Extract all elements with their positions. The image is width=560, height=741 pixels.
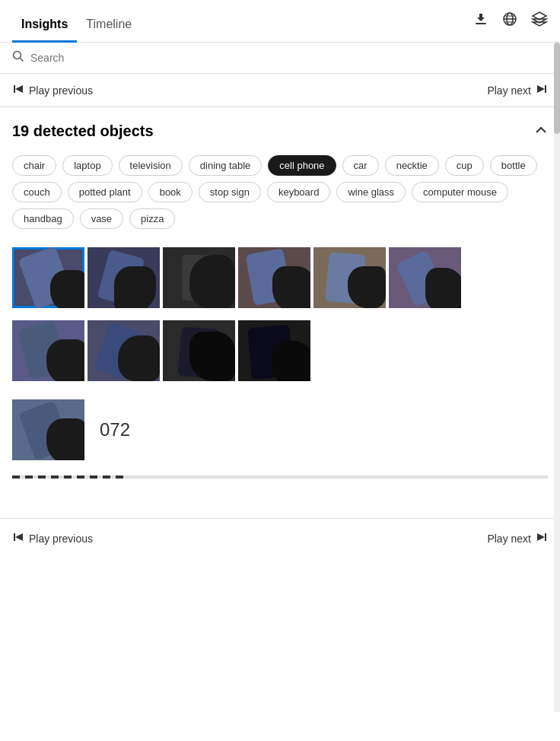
search-input[interactable] bbox=[30, 52, 548, 64]
tag-laptop[interactable]: laptop bbox=[62, 155, 112, 176]
play-next-icon-top bbox=[536, 83, 548, 97]
tag-computer-mouse[interactable]: computer mouse bbox=[412, 182, 508, 202]
play-previous-icon-top bbox=[12, 83, 24, 97]
svg-marker-18 bbox=[537, 533, 545, 541]
svg-rect-17 bbox=[545, 533, 546, 541]
svg-line-10 bbox=[21, 59, 24, 62]
timestamp-thumbnail[interactable] bbox=[12, 399, 84, 460]
thumbnail-7[interactable] bbox=[12, 320, 84, 381]
svg-marker-12 bbox=[15, 85, 23, 93]
tag-potted-plant[interactable]: potted plant bbox=[68, 182, 142, 202]
tag-handbag[interactable]: handbag bbox=[12, 208, 74, 229]
svg-rect-13 bbox=[545, 85, 546, 93]
svg-marker-14 bbox=[537, 85, 545, 93]
search-icon bbox=[12, 50, 24, 65]
play-next-icon-bottom bbox=[536, 531, 548, 545]
thumbnail-6[interactable] bbox=[389, 247, 461, 308]
section-title: 19 detected objects bbox=[12, 122, 154, 140]
bottom-nav-bar: Play previous Play next bbox=[0, 518, 560, 558]
thumbnail-8[interactable] bbox=[88, 320, 160, 381]
play-previous-button-top[interactable]: Play previous bbox=[12, 83, 93, 97]
tag-cup[interactable]: cup bbox=[445, 155, 484, 176]
tag-television[interactable]: television bbox=[119, 155, 183, 176]
main-content: 19 detected objects chair laptop televis… bbox=[0, 107, 560, 518]
thumbnail-10[interactable] bbox=[238, 320, 310, 381]
thumbnail-2[interactable] bbox=[88, 247, 160, 308]
thumbnail-9[interactable] bbox=[163, 320, 235, 381]
scrollbar-thumb[interactable] bbox=[554, 43, 560, 134]
svg-rect-11 bbox=[14, 85, 15, 93]
download-icon[interactable] bbox=[473, 11, 488, 30]
thumbnail-3[interactable] bbox=[163, 247, 235, 308]
image-grid-row2 bbox=[12, 320, 548, 381]
image-grid-row1 bbox=[12, 247, 548, 308]
play-next-button-top[interactable]: Play next bbox=[487, 83, 548, 97]
tab-bar: Insights Timeline bbox=[12, 0, 141, 42]
timestamp-section: 072 bbox=[12, 393, 548, 460]
search-bar bbox=[0, 43, 560, 74]
svg-rect-15 bbox=[14, 533, 15, 541]
thumbnail-5[interactable] bbox=[313, 247, 386, 308]
tag-pizza[interactable]: pizza bbox=[129, 208, 175, 229]
svg-point-9 bbox=[14, 52, 21, 59]
header: Insights Timeline bbox=[0, 0, 560, 43]
thumbnail-1[interactable] bbox=[12, 247, 84, 308]
top-nav-bar: Play previous Play next bbox=[0, 74, 560, 107]
play-previous-button-bottom[interactable]: Play previous bbox=[12, 531, 93, 545]
svg-marker-8 bbox=[533, 22, 546, 26]
header-icons bbox=[473, 11, 548, 31]
svg-marker-16 bbox=[15, 533, 23, 541]
layers-icon[interactable] bbox=[531, 11, 548, 31]
tag-vase[interactable]: vase bbox=[80, 208, 123, 229]
collapse-button[interactable] bbox=[534, 123, 548, 140]
tag-couch[interactable]: couch bbox=[12, 182, 62, 202]
svg-rect-0 bbox=[476, 23, 486, 24]
play-previous-icon-bottom bbox=[12, 531, 24, 545]
thumbnail-4[interactable] bbox=[238, 247, 310, 308]
tag-chair[interactable]: chair bbox=[12, 155, 56, 176]
tag-necktie[interactable]: necktie bbox=[385, 155, 439, 176]
play-next-button-bottom[interactable]: Play next bbox=[487, 531, 548, 545]
tag-cell-phone[interactable]: cell phone bbox=[268, 155, 336, 176]
progress-section bbox=[12, 475, 548, 503]
tag-stop-sign[interactable]: stop sign bbox=[199, 182, 261, 202]
tags-container: chair laptop television dining table cel… bbox=[12, 155, 548, 229]
tag-wine-glass[interactable]: wine glass bbox=[336, 182, 406, 202]
tag-dining-table[interactable]: dining table bbox=[189, 155, 262, 176]
tag-keyboard[interactable]: keyboard bbox=[267, 182, 330, 202]
tab-insights[interactable]: Insights bbox=[12, 5, 77, 43]
progress-bar[interactable] bbox=[12, 475, 548, 479]
tab-timeline[interactable]: Timeline bbox=[77, 5, 141, 43]
tag-bottle[interactable]: bottle bbox=[490, 155, 537, 176]
section-header: 19 detected objects bbox=[12, 122, 548, 140]
tag-book[interactable]: book bbox=[148, 182, 192, 202]
scrollbar-track[interactable] bbox=[554, 43, 560, 712]
tag-car[interactable]: car bbox=[342, 155, 379, 176]
timestamp-label: 072 bbox=[100, 419, 130, 440]
globe-icon[interactable] bbox=[502, 11, 517, 30]
